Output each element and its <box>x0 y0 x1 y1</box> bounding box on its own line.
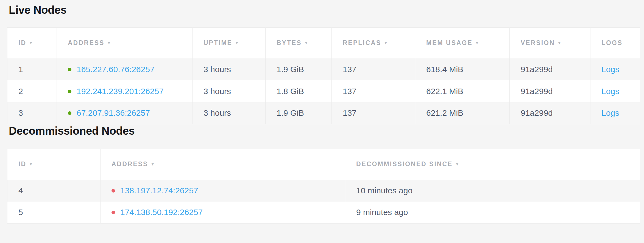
node-id-cell: 3 <box>7 102 57 124</box>
logs-link[interactable]: Logs <box>601 87 619 96</box>
node-address-link[interactable]: 174.138.50.192:26257 <box>120 208 203 217</box>
column-header-uptime[interactable]: UPTIME▾ <box>193 28 266 58</box>
live-nodes-table: ID▾ ADDRESS▾ UPTIME▾ BYTES▾ REPLICAS▾ ME… <box>7 27 640 124</box>
sort-arrow-icon: ▾ <box>30 40 32 46</box>
decommissioned-nodes-header-row: ID▾ ADDRESS▾ DECOMMISSIONED SINCE▾ <box>7 149 640 180</box>
replicas-cell: 137 <box>332 58 415 80</box>
bytes-cell: 1.8 GiB <box>266 80 332 102</box>
live-nodes-title: Live Nodes <box>9 3 640 16</box>
version-cell: 91a299d <box>510 102 590 124</box>
uptime-cell: 3 hours <box>193 80 266 102</box>
live-status-icon <box>68 68 71 71</box>
uptime-cell: 3 hours <box>193 58 266 80</box>
decommissioned-nodes-table: ID▾ ADDRESS▾ DECOMMISSIONED SINCE▾ 4 138… <box>7 149 640 224</box>
uptime-cell: 3 hours <box>193 102 266 124</box>
node-address-link[interactable]: 67.207.91.36:26257 <box>77 108 150 117</box>
sort-arrow-icon: ▾ <box>108 40 110 46</box>
sort-arrow-icon: ▾ <box>151 162 154 167</box>
sort-arrow-icon: ▾ <box>456 162 458 167</box>
bytes-cell: 1.9 GiB <box>266 102 332 124</box>
decommissioned-nodes-section: Decommissioned Nodes ID▾ ADDRESS▾ DECOMM… <box>7 124 640 224</box>
node-address-cell: 174.138.50.192:26257 <box>101 202 345 224</box>
replicas-cell: 137 <box>332 80 415 102</box>
decommissioned-status-icon <box>111 211 115 214</box>
column-header-replicas[interactable]: REPLICAS▾ <box>332 28 415 58</box>
table-row: 2 192.241.239.201:26257 3 hours 1.8 GiB … <box>7 80 640 102</box>
mem-usage-cell: 622.1 MiB <box>415 80 510 102</box>
live-nodes-header-row: ID▾ ADDRESS▾ UPTIME▾ BYTES▾ REPLICAS▾ ME… <box>7 28 640 58</box>
mem-usage-cell: 621.2 MiB <box>415 102 510 124</box>
logs-cell: Logs <box>590 102 640 124</box>
node-address-cell: 138.197.12.74:26257 <box>101 180 345 202</box>
version-cell: 91a299d <box>510 58 590 80</box>
replicas-cell: 137 <box>332 102 415 124</box>
logs-link[interactable]: Logs <box>601 65 619 74</box>
sort-arrow-icon: ▾ <box>476 40 478 46</box>
node-address-cell: 67.207.91.36:26257 <box>57 102 193 124</box>
column-header-decommissioned-since[interactable]: DECOMMISSIONED SINCE▾ <box>345 149 640 180</box>
decommissioned-since-cell: 9 minutes ago <box>345 202 640 224</box>
live-nodes-section: Live Nodes ID▾ ADDRESS▾ UPTIME▾ BYTES▾ R… <box>7 3 640 124</box>
node-id-cell: 4 <box>7 180 101 202</box>
live-status-icon <box>68 90 71 93</box>
mem-usage-cell: 618.4 MiB <box>415 58 510 80</box>
logs-link[interactable]: Logs <box>601 108 619 117</box>
column-header-logs: LOGS <box>590 28 640 58</box>
node-id-cell: 1 <box>7 58 57 80</box>
sort-arrow-icon: ▾ <box>384 40 387 46</box>
node-address-cell: 192.241.239.201:26257 <box>57 80 193 102</box>
table-row: 5 174.138.50.192:26257 9 minutes ago <box>7 202 640 224</box>
table-row: 4 138.197.12.74:26257 10 minutes ago <box>7 180 640 202</box>
column-header-version[interactable]: VERSION▾ <box>510 28 590 58</box>
column-header-mem-usage[interactable]: MEM USAGE▾ <box>415 28 510 58</box>
decommissioned-status-icon <box>111 189 115 193</box>
sort-arrow-icon: ▾ <box>30 162 32 167</box>
column-header-id[interactable]: ID▾ <box>7 149 101 180</box>
nodes-page: Live Nodes ID▾ ADDRESS▾ UPTIME▾ BYTES▾ R… <box>0 0 644 224</box>
column-header-id[interactable]: ID▾ <box>7 28 57 58</box>
column-header-address[interactable]: ADDRESS▾ <box>57 28 193 58</box>
sort-arrow-icon: ▾ <box>558 40 561 46</box>
column-header-address[interactable]: ADDRESS▾ <box>101 149 345 180</box>
node-id-cell: 5 <box>7 202 101 224</box>
decommissioned-nodes-title: Decommissioned Nodes <box>9 124 640 137</box>
table-row: 3 67.207.91.36:26257 3 hours 1.9 GiB 137… <box>7 102 640 124</box>
decommissioned-since-cell: 10 minutes ago <box>345 180 640 202</box>
node-id-cell: 2 <box>7 80 57 102</box>
logs-cell: Logs <box>590 58 640 80</box>
node-address-cell: 165.227.60.76:26257 <box>57 58 193 80</box>
logs-cell: Logs <box>590 80 640 102</box>
bytes-cell: 1.9 GiB <box>266 58 332 80</box>
live-status-icon <box>68 111 71 115</box>
sort-arrow-icon: ▾ <box>236 40 238 46</box>
node-address-link[interactable]: 165.227.60.76:26257 <box>77 65 155 74</box>
sort-arrow-icon: ▾ <box>305 40 308 46</box>
version-cell: 91a299d <box>510 80 590 102</box>
table-row: 1 165.227.60.76:26257 3 hours 1.9 GiB 13… <box>7 58 640 80</box>
node-address-link[interactable]: 192.241.239.201:26257 <box>77 87 164 96</box>
column-header-bytes[interactable]: BYTES▾ <box>266 28 332 58</box>
node-address-link[interactable]: 138.197.12.74:26257 <box>120 186 198 195</box>
